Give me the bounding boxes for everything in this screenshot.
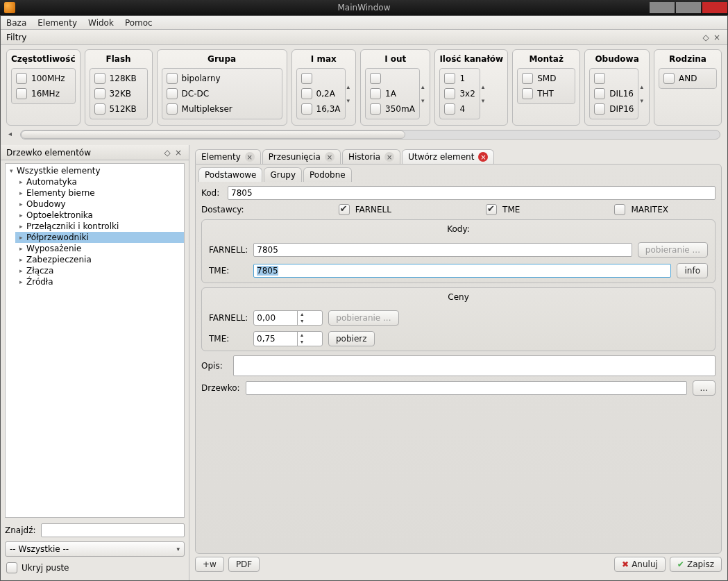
maximize-button[interactable] bbox=[676, 2, 701, 13]
tree-item[interactable]: ▸Elementy bierne bbox=[15, 187, 184, 199]
chevron-down-icon[interactable]: ▾ bbox=[421, 97, 425, 104]
kody-group: Kody: FARNELL: pobieranie ... TME: 7805 … bbox=[201, 219, 716, 283]
filter-option[interactable]: 350mA bbox=[369, 102, 416, 116]
subtab-grupy[interactable]: Grupy bbox=[264, 167, 302, 182]
chevron-down-icon: ▾ bbox=[176, 546, 180, 553]
filter-option[interactable]: 16,3A bbox=[300, 102, 342, 116]
chevron-down-icon[interactable]: ▾ bbox=[347, 97, 350, 104]
filter-option[interactable]: 4 bbox=[443, 102, 476, 116]
close-icon[interactable]: × bbox=[478, 152, 488, 162]
close-button[interactable] bbox=[702, 2, 727, 13]
filter-header: I out bbox=[365, 53, 425, 68]
tree-item[interactable]: ▸Automatyka bbox=[15, 176, 184, 187]
filter-option[interactable]: SMD bbox=[520, 71, 572, 85]
close-icon[interactable]: × bbox=[325, 152, 335, 162]
tab-utworz-element[interactable]: Utwórz element× bbox=[402, 149, 494, 164]
filter-option[interactable]: 32KB bbox=[93, 87, 144, 101]
supplier-maritex-checkbox[interactable] bbox=[614, 204, 625, 215]
filters-float-icon[interactable]: ◇ bbox=[701, 33, 711, 42]
filter-header: Obudowa bbox=[589, 53, 645, 68]
plus-w-button[interactable]: +w bbox=[195, 557, 224, 572]
tme-code-input[interactable]: 7805 bbox=[253, 264, 671, 278]
tme-price-spinner[interactable]: ▴▾ bbox=[253, 331, 323, 346]
menu-pomoc[interactable]: Pomoc bbox=[125, 18, 153, 28]
chevron-up-icon[interactable]: ▴ bbox=[482, 83, 485, 90]
tree-close-icon[interactable]: × bbox=[173, 148, 183, 158]
filter-option[interactable]: 128KB bbox=[93, 71, 144, 85]
filter-option[interactable]: DIL16 bbox=[593, 87, 635, 101]
tree-item-selected[interactable]: ▸Półprzewodniki bbox=[15, 232, 184, 243]
filters-close-icon[interactable]: × bbox=[712, 33, 722, 42]
find-label: Znajdź: bbox=[5, 525, 35, 535]
tree-item[interactable]: ▸Przełączniki i kontrolki bbox=[15, 221, 184, 232]
filter-option[interactable] bbox=[300, 71, 342, 85]
tree-view[interactable]: ▾Wszystkie elementy ▸Automatyka ▸Element… bbox=[5, 163, 185, 518]
chevron-up-icon[interactable]: ▴ bbox=[347, 83, 350, 90]
tree-root[interactable]: ▾Wszystkie elementy bbox=[6, 165, 184, 176]
tree-item[interactable]: ▸Wyposażenie bbox=[15, 243, 184, 254]
filter-option[interactable]: 0,2A bbox=[300, 87, 342, 101]
farnell-price-pobieranie-button[interactable]: pobieranie ... bbox=[328, 310, 398, 326]
supplier-tme-checkbox[interactable] bbox=[486, 204, 497, 215]
chevron-down-icon[interactable]: ▾ bbox=[482, 97, 485, 104]
filter-group-montaz: Montaż SMD THT bbox=[512, 49, 580, 126]
close-icon[interactable]: × bbox=[245, 152, 255, 162]
chevron-down-icon[interactable]: ▾ bbox=[640, 97, 643, 104]
farnell-pobieranie-button[interactable]: pobieranie ... bbox=[638, 242, 708, 258]
window-title: MainWindow bbox=[338, 3, 391, 12]
filter-option[interactable]: DC-DC bbox=[165, 87, 279, 101]
find-input[interactable] bbox=[41, 523, 185, 537]
tree-item[interactable]: ▸Źródła bbox=[15, 276, 184, 287]
filter-option[interactable]: AND bbox=[662, 71, 713, 85]
filter-option[interactable] bbox=[369, 71, 416, 85]
filter-option[interactable]: 1A bbox=[369, 87, 416, 101]
tree-item[interactable]: ▸Optoelektronika bbox=[15, 210, 184, 221]
filter-option[interactable]: 3x2 bbox=[443, 87, 476, 101]
tme-info-button[interactable]: info bbox=[677, 263, 708, 278]
filter-option[interactable]: 1 bbox=[443, 71, 476, 85]
pdf-button[interactable]: PDF bbox=[228, 557, 260, 572]
menu-baza[interactable]: Baza bbox=[6, 18, 26, 28]
farnell-price-spinner[interactable]: ▴▾ bbox=[253, 310, 323, 326]
tree-item[interactable]: ▸Zabezpieczenia bbox=[15, 254, 184, 265]
filter-option[interactable]: 512KB bbox=[93, 102, 144, 116]
tab-historia[interactable]: Historia× bbox=[342, 149, 400, 164]
chevron-left-icon[interactable]: ◂ bbox=[8, 130, 12, 137]
subtab-podstawowe[interactable]: Podstawowe bbox=[198, 167, 262, 182]
opis-input[interactable] bbox=[233, 355, 716, 376]
tree-item[interactable]: ▸Obudowy bbox=[15, 199, 184, 210]
filter-option[interactable]: bipolarny bbox=[165, 71, 279, 85]
chevron-up-icon[interactable]: ▴ bbox=[640, 83, 643, 90]
filter-option[interactable]: 16MHz bbox=[15, 87, 72, 101]
hide-empty-checkbox[interactable]: Ukryj puste bbox=[5, 561, 185, 575]
minimize-button[interactable] bbox=[650, 2, 675, 13]
supplier-farnell-checkbox[interactable] bbox=[339, 204, 350, 215]
filter-option[interactable]: Multiplekser bbox=[165, 102, 279, 116]
filter-option[interactable]: THT bbox=[520, 87, 572, 101]
cancel-icon: ✖ bbox=[622, 559, 629, 569]
zapisz-button[interactable]: ✔Zapisz bbox=[670, 557, 722, 572]
farnell-code-input[interactable] bbox=[253, 243, 632, 257]
farnell-price-label: FARNELL: bbox=[209, 313, 248, 323]
tree-item[interactable]: ▸Złącza bbox=[15, 265, 184, 276]
drzewko-browse-button[interactable]: ... bbox=[693, 380, 716, 396]
filter-option[interactable]: 100MHz bbox=[15, 71, 72, 85]
subtab-podobne[interactable]: Podobne bbox=[303, 167, 352, 182]
filters-scrollbar[interactable]: ◂ ▸ bbox=[20, 130, 720, 140]
filters-title: Filtry bbox=[6, 33, 26, 42]
tree-filter-select[interactable]: -- Wszystkie --▾ bbox=[5, 541, 185, 557]
menu-widok[interactable]: Widok bbox=[88, 18, 114, 28]
tme-pobierz-button[interactable]: pobierz bbox=[328, 331, 375, 346]
tree-titlebar: Drzewko elementów ◇ × bbox=[1, 145, 189, 160]
kod-input[interactable] bbox=[228, 186, 716, 200]
filter-option[interactable]: DIP16 bbox=[593, 102, 635, 116]
drzewko-input[interactable] bbox=[246, 381, 687, 395]
close-icon[interactable]: × bbox=[384, 152, 394, 162]
filter-option[interactable] bbox=[593, 71, 635, 85]
tab-przesuniecia[interactable]: Przesunięcia× bbox=[262, 149, 341, 164]
tree-float-icon[interactable]: ◇ bbox=[162, 148, 172, 158]
chevron-up-icon[interactable]: ▴ bbox=[421, 83, 425, 90]
anuluj-button[interactable]: ✖Anuluj bbox=[614, 557, 666, 572]
menu-elementy[interactable]: Elementy bbox=[37, 18, 77, 28]
tab-elementy[interactable]: Elementy× bbox=[195, 149, 261, 164]
